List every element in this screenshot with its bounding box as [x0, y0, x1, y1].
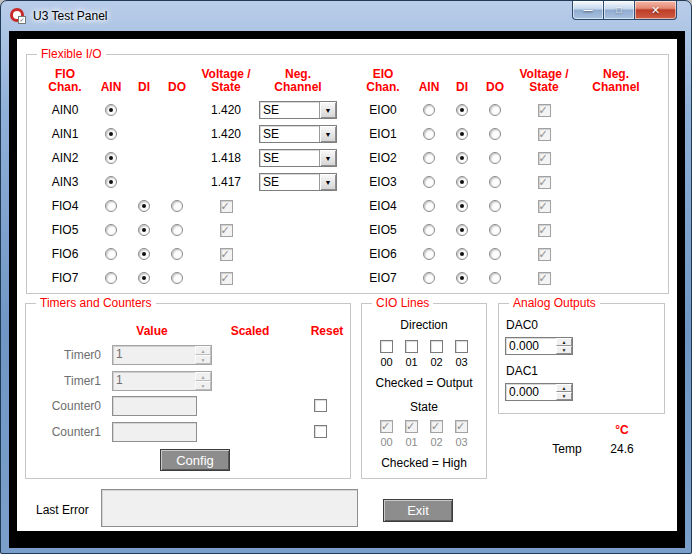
do-radio[interactable] [171, 272, 183, 284]
di-radio[interactable] [456, 200, 468, 212]
ain-radio[interactable] [423, 272, 435, 284]
check-icon: ✓ [539, 104, 548, 117]
column-header-chan: EIO Chan. [354, 68, 412, 98]
io-cell [128, 194, 160, 218]
state-checkbox-02: ✓ [430, 420, 443, 433]
do-radio[interactable] [489, 272, 501, 284]
timer-counter-label: Timer1 [31, 371, 107, 391]
do-radio[interactable] [171, 200, 183, 212]
direction-note: Checked = Output [362, 376, 486, 390]
exit-button[interactable]: Exit [383, 499, 453, 522]
di-radio[interactable] [456, 248, 468, 260]
io-cell [412, 170, 446, 194]
ain-radio[interactable] [105, 248, 117, 260]
spin-down-icon[interactable]: ▼ [556, 346, 572, 354]
di-radio[interactable] [138, 224, 150, 236]
direction-label: Direction [362, 318, 486, 332]
io-cell [94, 170, 128, 194]
io-cell [576, 218, 656, 242]
neg-channel-select[interactable]: SE▼ [259, 101, 337, 119]
group-title: Timers and Counters [36, 296, 156, 310]
dac-spinner[interactable]: 0.000▲▼ [505, 337, 573, 355]
io-cell: ✓ [512, 242, 576, 266]
io-cell [94, 146, 128, 170]
di-radio[interactable] [456, 224, 468, 236]
ain-radio[interactable] [105, 176, 117, 188]
ain-radio[interactable] [105, 152, 117, 164]
io-cell [412, 242, 446, 266]
ain-radio[interactable] [423, 248, 435, 260]
column-header-di: DI [446, 81, 478, 98]
check-icon: ✓ [539, 248, 548, 261]
do-radio[interactable] [489, 104, 501, 116]
neg-channel-value: SE [260, 102, 319, 118]
io-cell: 1.418 [194, 146, 258, 170]
last-error-box [101, 489, 358, 527]
io-cell [478, 146, 512, 170]
spin-up-icon[interactable]: ▲ [556, 338, 572, 346]
timers-counters-group: Timers and Counters Value Scaled Reset T… [25, 303, 351, 479]
io-cell [160, 266, 194, 290]
do-radio[interactable] [489, 224, 501, 236]
do-radio[interactable] [489, 248, 501, 260]
timer-value: 1 [113, 372, 195, 390]
close-button[interactable]: ✕ [634, 1, 677, 20]
io-cell [94, 242, 128, 266]
ain-radio[interactable] [423, 176, 435, 188]
di-radio[interactable] [138, 200, 150, 212]
ain-radio[interactable] [105, 200, 117, 212]
di-radio[interactable] [456, 176, 468, 188]
column-header-voltage: Voltage / State [194, 68, 258, 98]
do-radio[interactable] [171, 224, 183, 236]
last-error-label: Last Error [36, 503, 89, 517]
dac-spinner[interactable]: 0.000▲▼ [505, 383, 573, 401]
io-channel-label: EIO2 [354, 146, 412, 170]
di-radio[interactable] [456, 152, 468, 164]
spin-down-icon[interactable]: ▼ [556, 392, 572, 400]
ain-radio[interactable] [105, 224, 117, 236]
ain-radio[interactable] [423, 200, 435, 212]
ain-radio[interactable] [105, 128, 117, 140]
ain-radio[interactable] [423, 152, 435, 164]
ain-radio[interactable] [423, 224, 435, 236]
io-cell [576, 98, 656, 122]
direction-checkbox-02[interactable] [430, 340, 443, 353]
do-radio[interactable] [171, 248, 183, 260]
di-radio[interactable] [456, 272, 468, 284]
do-radio[interactable] [489, 128, 501, 140]
do-radio[interactable] [489, 152, 501, 164]
check-icon: ✓ [539, 128, 548, 141]
spin-up-icon[interactable]: ▲ [556, 384, 572, 392]
io-cell [446, 194, 478, 218]
config-button[interactable]: Config [160, 449, 230, 471]
di-radio[interactable] [456, 104, 468, 116]
ain-radio[interactable] [105, 272, 117, 284]
direction-checkbox-01[interactable] [405, 340, 418, 353]
group-title: CIO Lines [372, 296, 433, 310]
do-radio[interactable] [489, 200, 501, 212]
state-checkbox: ✓ [220, 200, 233, 213]
check-icon: ✓ [539, 272, 548, 285]
direction-checkbox-00[interactable] [380, 340, 393, 353]
ain-radio[interactable] [105, 104, 117, 116]
maximize-button[interactable]: □ [604, 1, 634, 20]
reset-checkbox[interactable] [314, 399, 327, 412]
di-radio[interactable] [138, 272, 150, 284]
neg-channel-select[interactable]: SE▼ [259, 173, 337, 191]
io-channel-label: AIN3 [36, 170, 94, 194]
di-radio[interactable] [456, 128, 468, 140]
neg-channel-select[interactable]: SE▼ [259, 149, 337, 167]
voltage-value: 1.417 [211, 175, 241, 189]
ain-radio[interactable] [423, 128, 435, 140]
temperature-value: 24.6 [602, 442, 642, 456]
minimize-button[interactable]: — [572, 1, 604, 20]
io-cell [160, 170, 194, 194]
do-radio[interactable] [489, 176, 501, 188]
cio-bit: ✓02 [427, 420, 446, 448]
reset-checkbox[interactable] [314, 425, 327, 438]
neg-channel-select[interactable]: SE▼ [259, 125, 337, 143]
direction-checkbox-03[interactable] [455, 340, 468, 353]
io-cell [160, 218, 194, 242]
ain-radio[interactable] [423, 104, 435, 116]
di-radio[interactable] [138, 248, 150, 260]
